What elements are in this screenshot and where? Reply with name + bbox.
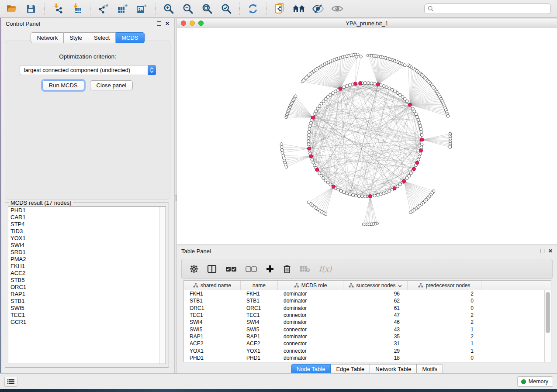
network-node[interactable] — [416, 115, 419, 118]
network-node[interactable] — [417, 158, 420, 161]
mcds-result-list[interactable]: PHD1CAR1STP4TID3YOX1SWI4SRD1PMA2FKH1ACE2… — [8, 206, 166, 364]
import-table-button[interactable] — [69, 2, 85, 16]
network-graph[interactable] — [177, 28, 557, 244]
column-header-successor-nodes[interactable]: successor nodes — [343, 281, 408, 290]
run-mcds-button[interactable]: Run MCDS — [42, 80, 84, 90]
network-node[interactable] — [409, 211, 412, 214]
network-node[interactable] — [417, 118, 420, 121]
network-node[interactable] — [351, 193, 354, 196]
network-node[interactable] — [360, 195, 363, 198]
network-node[interactable] — [382, 192, 385, 195]
network-node[interactable] — [309, 124, 312, 127]
mcds-node-item[interactable]: CAR1 — [8, 214, 166, 221]
network-node[interactable] — [280, 145, 283, 148]
zoom-in-button[interactable] — [160, 2, 177, 16]
table-row[interactable]: YOX1YOX1connector291 — [184, 347, 544, 354]
network-node[interactable] — [419, 124, 422, 127]
network-node[interactable] — [316, 107, 319, 110]
network-node[interactable] — [354, 194, 357, 197]
network-node[interactable] — [313, 113, 316, 116]
export-table-button[interactable] — [114, 2, 131, 16]
network-node[interactable] — [388, 189, 391, 193]
mcds-node-item[interactable]: PMA2 — [8, 256, 166, 263]
network-node[interactable] — [382, 85, 385, 88]
network-node[interactable] — [376, 193, 379, 196]
column-header-shared-name[interactable]: shared name — [184, 281, 241, 290]
show-columns-button[interactable] — [207, 265, 217, 273]
table-scrollbar[interactable] — [544, 290, 551, 362]
network-node[interactable] — [446, 114, 450, 117]
column-header-predecessor-nodes[interactable]: predecessor nodes — [408, 281, 481, 290]
network-node[interactable] — [419, 152, 422, 155]
network-node[interactable] — [391, 88, 394, 91]
network-node[interactable] — [307, 137, 310, 140]
network-node[interactable] — [403, 64, 406, 67]
mcds-node-item[interactable]: SWI4 — [8, 242, 166, 249]
network-node[interactable] — [348, 84, 351, 87]
mcds-dominator-node[interactable] — [412, 167, 415, 171]
network-node[interactable] — [343, 86, 346, 89]
mcds-dominator-node[interactable] — [309, 155, 313, 158]
network-node[interactable] — [420, 143, 423, 146]
network-node[interactable] — [307, 140, 310, 143]
network-node[interactable] — [282, 154, 285, 157]
network-node[interactable] — [280, 148, 284, 151]
network-node[interactable] — [294, 95, 297, 98]
scrollbar-thumb[interactable] — [546, 292, 550, 333]
network-node[interactable] — [308, 131, 311, 134]
close-panel-icon[interactable]: ✕ — [548, 249, 553, 253]
close-panel-icon[interactable]: ✕ — [165, 21, 170, 26]
mcds-node-item[interactable]: PHD1 — [8, 207, 166, 214]
network-node[interactable] — [413, 110, 416, 113]
network-node[interactable] — [360, 55, 363, 58]
first-neighbors-button[interactable] — [291, 2, 307, 16]
mcds-dominator-node[interactable] — [376, 83, 380, 86]
network-node[interactable] — [394, 90, 397, 93]
network-node[interactable] — [420, 131, 423, 134]
mcds-node-item[interactable]: TID3 — [8, 228, 166, 235]
network-node[interactable] — [345, 85, 348, 88]
network-node[interactable] — [355, 55, 358, 58]
mcds-dominator-node[interactable] — [402, 179, 406, 183]
network-node[interactable] — [415, 113, 418, 116]
tab-mcds[interactable]: MCDS — [116, 32, 144, 43]
network-node[interactable] — [339, 189, 343, 193]
mcds-dominator-node[interactable] — [332, 185, 335, 189]
network-node[interactable] — [310, 121, 313, 124]
show-all-button[interactable] — [329, 2, 346, 16]
mcds-node-item[interactable]: ACE2 — [8, 270, 166, 277]
network-node[interactable] — [373, 82, 376, 85]
network-node[interactable] — [373, 194, 376, 197]
network-node[interactable] — [307, 201, 310, 204]
network-node[interactable] — [370, 82, 373, 85]
open-session-button[interactable] — [3, 2, 20, 16]
mcds-node-item[interactable]: SRD1 — [8, 249, 166, 256]
tab-node-table[interactable]: Node Table — [291, 364, 331, 374]
search-box[interactable] — [424, 3, 551, 14]
export-image-button[interactable] — [134, 2, 150, 16]
network-node[interactable] — [398, 183, 401, 186]
table-row[interactable]: TEC1TEC1connector472 — [184, 312, 544, 319]
mcds-node-item[interactable]: STB5 — [8, 277, 166, 284]
deselect-all-button[interactable] — [246, 265, 257, 272]
network-node[interactable] — [419, 127, 422, 131]
memory-button[interactable]: Memory — [517, 376, 553, 387]
optimization-criterion-select[interactable]: largest connected component (undirected) — [20, 65, 156, 75]
network-node[interactable] — [418, 121, 421, 124]
mcds-dominator-node[interactable] — [359, 81, 362, 85]
network-node[interactable] — [334, 90, 337, 93]
network-node[interactable] — [362, 223, 365, 226]
network-node[interactable] — [311, 158, 314, 161]
table-row[interactable]: STB1STB1dominator620 — [184, 297, 544, 304]
table-row[interactable]: SWI5SWI5connector431 — [184, 326, 544, 333]
mcds-node-item[interactable]: TEC1 — [8, 312, 166, 319]
network-node[interactable] — [329, 93, 332, 96]
table-settings-button[interactable] — [190, 265, 198, 273]
search-input[interactable] — [436, 6, 547, 12]
mcds-dominator-node[interactable] — [339, 87, 342, 90]
table-row[interactable]: PHD1PHD1dominator180 — [184, 354, 544, 361]
mcds-dominator-node[interactable] — [393, 186, 396, 190]
table-row[interactable]: RAP1RAP1dominator352 — [184, 333, 544, 340]
network-node[interactable] — [396, 185, 399, 188]
hide-selected-button[interactable] — [310, 2, 326, 16]
